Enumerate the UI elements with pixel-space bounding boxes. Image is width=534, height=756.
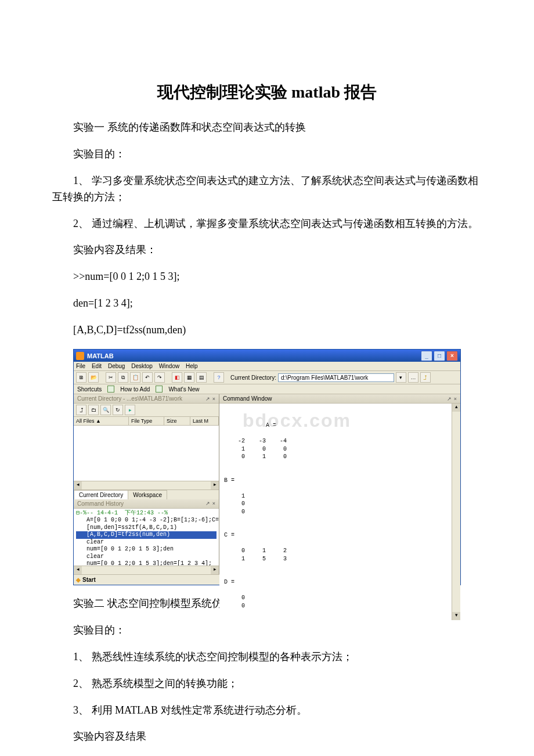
history-pane-title[interactable]: Command History ↗ × — [74, 499, 219, 509]
history-line[interactable]: clear — [76, 539, 217, 546]
shortcut-whats-new[interactable]: What's New — [168, 386, 199, 393]
para-code-1: >>num=[0 0 1 2;0 1 5 3]; — [52, 269, 482, 285]
shortcut-how-to-add[interactable]: How to Add — [120, 386, 150, 393]
para-purpose-1a: 1、 学习多变量系统状态空间表达式的建立方法、了解系统状态空间表达式与传递函数相… — [52, 173, 482, 206]
matlab-window: MATLAB _ □ × File Edit Debug Desktop Win… — [73, 349, 461, 585]
reports-icon[interactable]: ▸ — [125, 405, 135, 415]
scroll-left-icon[interactable]: ◂ — [74, 481, 82, 489]
scroll-left-icon[interactable]: ◂ — [74, 566, 82, 574]
para-purpose-label-1: 实验目的： — [52, 146, 482, 163]
redo-icon[interactable]: ↷ — [154, 372, 165, 383]
cd-pane-title[interactable]: Current Directory - ...es\MATLAB71\work … — [74, 394, 219, 404]
history-header: ⊟-%-- 14-4-1 下午12:43 --% — [76, 510, 217, 517]
history-scrollbar[interactable]: ◂ ▸ — [74, 566, 219, 574]
refresh-icon[interactable]: ↻ — [113, 405, 123, 415]
para-exp1-title: 实验一 系统的传递函数阵和状态空间表达式的转换 — [52, 120, 482, 136]
tab-workspace[interactable]: Workspace — [128, 490, 167, 499]
cut-icon[interactable]: ✂ — [106, 372, 116, 383]
history-line[interactable]: clear — [76, 553, 217, 561]
para-purpose-2c: 3、 利用 MATLAB 对线性定常系统进行动态分析。 — [52, 703, 482, 719]
doc-title: 现代控制理论实验 matlab 报告 — [52, 81, 482, 103]
cmd-vscrollbar[interactable]: ▴ ▾ — [452, 404, 460, 620]
command-window[interactable]: bdocx.com A = -2 -3 -4 1 0 0 0 1 0 B = 1… — [219, 404, 452, 620]
new-file-icon[interactable]: 🗎 — [76, 372, 86, 383]
toolbar: 🗎 📂 ✂ ⧉ 📋 ↶ ↷ ◧ ▦ ▤ ? Current Directory:… — [74, 371, 460, 384]
maximize-button[interactable]: □ — [434, 351, 445, 361]
title-bar[interactable]: MATLAB _ □ × — [74, 350, 460, 362]
cmd-output: A = -2 -3 -4 1 0 0 0 1 0 B = 1 0 0 C = 0… — [224, 422, 287, 609]
history-body[interactable]: ⊟-%-- 14-4-1 下午12:43 --% A=[0 1 0;0 0 1;… — [74, 509, 219, 566]
help-icon[interactable]: ? — [214, 372, 224, 383]
window-title-text: MATLAB — [87, 352, 114, 359]
cd-label: Current Directory: — [230, 375, 276, 381]
shortcut-icon — [156, 386, 163, 393]
cd-path-input[interactable]: d:\Program Files\MATLAB71\work — [278, 373, 394, 382]
paste-icon[interactable]: 📋 — [130, 372, 140, 383]
tab-current-directory[interactable]: Current Directory — [74, 490, 128, 499]
menu-help[interactable]: Help — [186, 363, 198, 369]
close-button[interactable]: × — [446, 351, 458, 361]
history-line[interactable]: num=[0 0 1 2;0 1 5 3];den — [76, 546, 217, 553]
up-folder-icon[interactable]: ⮥ — [76, 405, 86, 415]
start-icon: ◆ — [76, 577, 81, 583]
para-purpose-2a: 1、 熟悉线性连续系统的状态空间控制模型的各种表示方法； — [52, 649, 482, 665]
shortcuts-label: Shortcuts — [77, 386, 102, 393]
open-file-icon[interactable]: 📂 — [88, 372, 99, 383]
menu-debug[interactable]: Debug — [108, 363, 125, 369]
undock-icon[interactable]: ↗ — [205, 501, 210, 506]
menu-file[interactable]: File — [76, 363, 85, 369]
close-pane-icon[interactable]: × — [212, 501, 215, 506]
menu-window[interactable]: Window — [159, 363, 180, 369]
cd-dropdown-icon[interactable]: ▾ — [396, 372, 406, 383]
guide-icon[interactable]: ▦ — [184, 372, 194, 383]
app-icon — [76, 352, 84, 360]
menu-desktop[interactable]: Desktop — [131, 363, 153, 369]
history-line[interactable]: num=[0 0 1 2;0 1 5 3];den=[1 2 3 4]; — [76, 560, 217, 566]
para-code-3: [A,B,C,D]=tf2ss(num,den) — [52, 322, 482, 339]
find-icon[interactable]: 🔍 — [100, 405, 111, 415]
shortcut-icon — [107, 386, 114, 393]
start-label: Start — [82, 577, 96, 583]
history-line[interactable]: [A,B,C,D]=tf2ss(num,den) — [76, 531, 217, 539]
cmd-pane-title[interactable]: Command Window ↗ × — [219, 394, 460, 404]
history-line[interactable]: A=[0 1 0;0 0 1;-4 -3 -2];B=[1;3;-6];C=[1… — [76, 517, 217, 524]
close-pane-icon[interactable]: × — [454, 396, 457, 402]
cd-col-last[interactable]: Last M — [190, 417, 219, 425]
start-button[interactable]: ◆ Start — [76, 576, 96, 584]
scroll-right-icon[interactable]: ▸ — [211, 481, 219, 489]
scroll-down-icon[interactable]: ▾ — [452, 612, 460, 620]
cd-scrollbar[interactable]: ◂ ▸ — [74, 481, 219, 489]
undo-icon[interactable]: ↶ — [142, 372, 153, 383]
menu-edit[interactable]: Edit — [92, 363, 102, 369]
new-folder-icon[interactable]: 🗀 — [88, 405, 99, 415]
cd-up-icon[interactable]: ⮥ — [420, 372, 431, 383]
para-purpose-1b: 2、 通过编程、上机调试，掌握多变量系统状态空间表达式与传递函数相互转换的方法。 — [52, 216, 482, 232]
simulink-icon[interactable]: ◧ — [172, 372, 182, 383]
para-code-2: den=[1 2 3 4]; — [52, 296, 482, 312]
watermark-text: bdocx.com — [243, 408, 351, 433]
cd-col-type[interactable]: File Type — [129, 417, 164, 425]
cd-browse-icon[interactable]: … — [408, 372, 418, 383]
para-content-label-1: 实验内容及结果： — [52, 242, 482, 258]
history-pane-title-text: Command History — [77, 501, 124, 507]
cd-columns: All Files ▲ File Type Size Last M — [74, 417, 219, 426]
copy-icon[interactable]: ⧉ — [118, 372, 128, 383]
para-purpose-label-2: 实验目的： — [52, 622, 482, 639]
cd-col-name[interactable]: All Files ▲ — [74, 417, 129, 425]
cd-col-size[interactable]: Size — [164, 417, 190, 425]
scroll-up-icon[interactable]: ▴ — [452, 404, 460, 412]
close-pane-icon[interactable]: × — [212, 396, 215, 402]
left-tabs: Current Directory Workspace — [74, 489, 219, 499]
para-content-label-2: 实验内容及结果 — [52, 729, 482, 745]
cd-file-list[interactable] — [74, 426, 219, 481]
undock-icon[interactable]: ↗ — [447, 396, 452, 402]
history-line[interactable]: [num,den]=ss2tf(A,B,C,D,1) — [76, 524, 217, 532]
shortcuts-bar: Shortcuts How to Add What's New — [74, 384, 460, 394]
scroll-right-icon[interactable]: ▸ — [211, 566, 219, 574]
menu-bar: File Edit Debug Desktop Window Help — [74, 362, 460, 371]
undock-icon[interactable]: ↗ — [205, 396, 210, 402]
profiler-icon[interactable]: ▤ — [196, 372, 207, 383]
minimize-button[interactable]: _ — [421, 351, 432, 361]
cd-pane-title-text: Current Directory - ...es\MATLAB71\work — [77, 395, 182, 402]
cmd-pane-title-text: Command Window — [223, 395, 272, 402]
